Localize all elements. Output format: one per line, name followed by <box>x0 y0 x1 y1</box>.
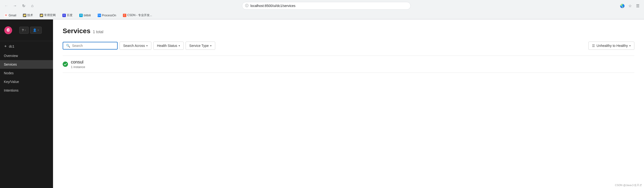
page-header: Services 1 total <box>63 27 634 35</box>
sidebar-item-keyvalue[interactable]: Key/Value <box>0 77 53 86</box>
svg-point-3 <box>8 30 9 31</box>
gmail-favicon: M <box>4 14 8 17</box>
service-type-dropdown[interactable]: Service Type ▾ <box>186 42 215 50</box>
bookmarks-bar: M Gmail 📁 技术 📁 常用官网 百 百度 B bilibili On P… <box>0 11 644 19</box>
search-across-chevron: ▾ <box>146 44 148 47</box>
bookmark-button[interactable]: ☆ <box>627 2 634 9</box>
table-row[interactable]: consul 1 instance <box>63 56 634 73</box>
bilibili-label: bilibili <box>84 14 90 17</box>
services-label: Services <box>4 63 17 66</box>
menu-button[interactable]: ☰ <box>634 2 641 9</box>
nodes-label: Nodes <box>4 71 14 75</box>
changeyou-label: 常用官网 <box>44 13 56 17</box>
sidebar-item-overview[interactable]: Overview <box>0 51 53 60</box>
datacenter-label: ✦ dc1 <box>0 41 53 51</box>
bookmark-gmail[interactable]: M Gmail <box>3 13 18 17</box>
header-controls: ? ▾ 👤 ▾ <box>16 24 46 36</box>
service-type-label: Service Type <box>189 44 209 48</box>
consul-logo: C <box>4 26 12 35</box>
baidu-favicon: 百 <box>62 14 66 17</box>
sort-label: Unhealthy to Healthy <box>596 44 628 48</box>
overview-label: Overview <box>4 54 18 58</box>
sidebar-item-services[interactable]: Services <box>0 60 53 69</box>
gmail-label: Gmail <box>9 14 16 17</box>
address-bar[interactable]: ⓘ localhost:8500/ui/dc1/services <box>242 2 411 10</box>
footer-watermark: CSDN @Java小生不才 <box>615 184 642 187</box>
page-title: Services <box>63 27 90 35</box>
browser-toolbar: ← → ↻ ⌂ ⓘ localhost:8500/ui/dc1/services… <box>0 0 644 11</box>
tech-label: 技术 <box>27 13 33 17</box>
browser-chrome: ← → ↻ ⌂ ⓘ localhost:8500/ui/dc1/services… <box>0 0 644 19</box>
search-input[interactable] <box>72 44 114 48</box>
keyvalue-label: Key/Value <box>4 80 19 84</box>
sort-chevron: ▾ <box>629 44 631 47</box>
back-button[interactable]: ← <box>3 2 10 9</box>
sort-dropdown[interactable]: ☰ Unhealthy to Healthy ▾ <box>588 42 634 50</box>
bookmark-changeyou[interactable]: 📁 常用官网 <box>38 13 57 18</box>
sidebar-header: C ? ▾ 👤 ▾ <box>0 19 53 41</box>
bookmark-tech[interactable]: 📁 技术 <box>22 13 34 18</box>
help-chevron: ▾ <box>24 29 26 32</box>
baidu-label: 百度 <box>67 13 72 17</box>
health-check-icon <box>63 62 68 67</box>
tech-favicon: 📁 <box>23 14 26 17</box>
bilibili-favicon: B <box>79 14 83 17</box>
sidebar-item-intentions[interactable]: Intentions <box>0 86 53 95</box>
bookmark-bilibili[interactable]: B bilibili <box>78 13 92 17</box>
service-name: consul <box>71 60 85 65</box>
csdn-label: CSDN - 专业开发... <box>127 13 152 17</box>
bookmark-baidu[interactable]: 百 百度 <box>61 13 74 18</box>
health-status-label: Health Status <box>157 44 177 48</box>
reload-button[interactable]: ↻ <box>20 2 27 9</box>
help-button[interactable]: ? ▾ <box>19 27 29 34</box>
datacenter-icon: ✦ <box>4 44 7 49</box>
datacenter-name: dc1 <box>9 44 14 48</box>
bookmark-processon[interactable]: On ProcessOn <box>96 13 118 17</box>
browser-actions: 🌏 ☆ ☰ <box>619 2 641 9</box>
health-status-dropdown[interactable]: Health Status ▾ <box>153 42 184 50</box>
processon-label: ProcessOn <box>102 14 116 17</box>
search-wrapper[interactable]: 🔍 <box>63 42 118 50</box>
app-container: C ? ▾ 👤 ▾ ✦ dc1 Overview <box>0 19 644 188</box>
user-button[interactable]: 👤 ▾ <box>30 27 42 34</box>
user-icon: 👤 <box>33 28 37 32</box>
csdn-favicon: C <box>123 14 126 17</box>
filter-bar: 🔍 Search Across ▾ Health Status ▾ Servic… <box>63 42 634 50</box>
health-status-chevron: ▾ <box>178 44 180 47</box>
main-content: Services 1 total 🔍 Search Across ▾ Healt… <box>53 19 644 188</box>
search-across-label: Search Across <box>123 44 145 48</box>
processon-favicon: On <box>98 14 101 17</box>
forward-button[interactable]: → <box>12 2 18 9</box>
search-across-dropdown[interactable]: Search Across ▾ <box>120 42 151 50</box>
user-chevron: ▾ <box>38 29 39 32</box>
service-instances: 1 instance <box>71 65 85 69</box>
bookmark-csdn[interactable]: C CSDN - 专业开发... <box>122 13 154 18</box>
help-icon: ? <box>22 28 24 32</box>
security-icon: ⓘ <box>245 3 248 8</box>
sidebar-item-nodes[interactable]: Nodes <box>0 69 53 77</box>
url-text: localhost:8500/ui/dc1/services <box>250 4 408 8</box>
service-info: consul 1 instance <box>71 60 85 69</box>
search-icon: 🔍 <box>66 44 70 48</box>
changeyou-favicon: 📁 <box>40 14 43 17</box>
intentions-label: Intentions <box>4 89 18 92</box>
translate-button[interactable]: 🌏 <box>619 2 626 9</box>
service-list: consul 1 instance <box>63 56 634 73</box>
sidebar: C ? ▾ 👤 ▾ ✦ dc1 Overview <box>0 19 53 188</box>
service-type-chevron: ▾ <box>210 44 212 47</box>
home-button[interactable]: ⌂ <box>29 2 36 9</box>
sort-lines-icon: ☰ <box>592 44 595 48</box>
page-count: 1 total <box>93 30 104 34</box>
